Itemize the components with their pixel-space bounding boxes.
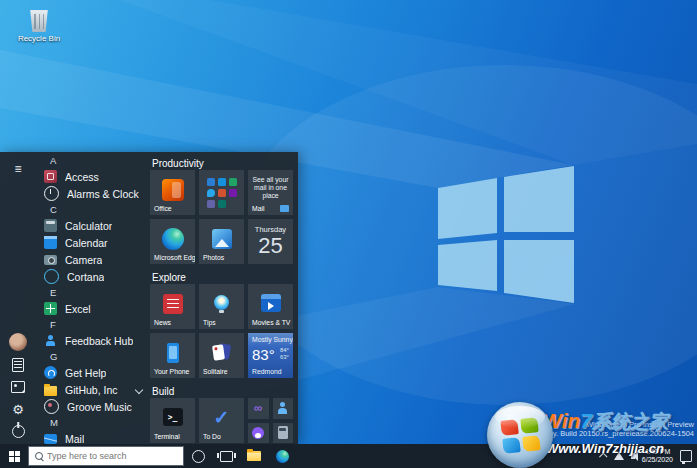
calculator-icon [278,426,288,439]
app-item-calculator[interactable]: Calculator [36,217,148,234]
office-icon [162,179,184,201]
app-item-label: Calculator [65,220,112,232]
gethelp-icon [44,366,57,379]
tile-group-title-productivity[interactable]: Productivity [152,156,298,170]
tile-label: Microsoft Edge [154,254,195,261]
app-item-camera[interactable]: Camera [36,251,148,268]
app-section-header-c[interactable]: C [36,202,148,217]
tile-label: Movies & TV [252,319,290,326]
tile-dev-person[interactable] [273,398,294,419]
tile-terminal[interactable]: >_ Terminal [150,398,195,443]
watermark-suffix: 系统之家 [592,411,668,432]
github-icon [252,427,264,439]
app-item-github-inc[interactable]: GitHub, Inc [36,381,148,398]
taskbar-search[interactable] [28,446,184,466]
documents-icon [12,358,24,372]
app-item-mail[interactable]: Mail [36,430,148,444]
app-section-header-g[interactable]: G [36,349,148,364]
app-item-get-help[interactable]: Get Help [36,364,148,381]
tile-group-title-build[interactable]: Build [152,384,298,398]
win7zhijia-watermark-url: Www.Win7zhijia.cn [546,441,664,456]
tile-office[interactable]: Office [150,170,195,215]
github-folder-icon [44,386,57,396]
task-view-button[interactable] [212,444,240,468]
tile-github-desktop[interactable] [248,423,269,444]
start-button[interactable] [0,444,28,468]
app-item-label: Access [65,171,99,183]
tile-movies-tv[interactable]: Movies & TV [248,284,293,329]
tile-label: Solitaire [203,368,228,375]
mail-icon [44,434,57,444]
documents-button[interactable] [6,354,30,376]
tile-photos[interactable]: Photos [199,219,244,264]
tile-your-phone[interactable]: Your Phone [150,333,195,378]
outlook-icon [218,178,226,186]
onenote-icon [229,189,237,197]
chevron-down-icon [135,386,143,394]
tile-calendar[interactable]: Thursday 25 [248,219,293,264]
recycle-bin-desktop-icon[interactable]: Recycle Bin [12,8,66,43]
app-item-alarms-clock[interactable]: Alarms & Clock [36,185,148,202]
photos-icon [212,229,232,249]
win7zhijia-watermark-title: Win7系统之家 [542,409,668,435]
power-icon [12,425,25,438]
pictures-button[interactable] [6,376,30,398]
tile-tips[interactable]: Tips [199,284,244,329]
powerpoint-icon [218,189,226,197]
file-explorer-button[interactable] [240,444,268,468]
pictures-icon [11,381,25,393]
app-item-excel[interactable]: Excel [36,300,148,317]
phone-icon [167,343,179,363]
app-item-label: Camera [65,254,102,266]
app-section-header-m[interactable]: M [36,415,148,430]
tile-mail[interactable]: See all your mail in one place Mail [248,170,293,215]
app-item-calendar[interactable]: Calendar [36,234,148,251]
weather-temperature: 83° [252,346,275,363]
app-item-label: Feedback Hub [65,335,133,347]
weather-condition: Mostly Sunny [252,336,293,343]
power-button[interactable] [6,420,30,442]
calendar-icon [44,236,57,249]
app-item-groove-music[interactable]: Groove Music [36,398,148,415]
start-menu: ≡ ⚙ AAccessAlarms & ClockCCalculatorCale… [0,152,298,444]
app-section-header-f[interactable]: F [36,317,148,332]
app-item-label: Get Help [65,367,106,379]
app-section-header-e[interactable]: E [36,285,148,300]
search-input[interactable] [47,451,183,461]
tile-office-apps-folder[interactable] [199,170,244,215]
app-item-label: Calendar [65,237,108,249]
app-item-feedback-hub[interactable]: Feedback Hub [36,332,148,349]
excel-icon [44,302,57,315]
camera-icon [44,255,57,265]
tile-weather[interactable]: Mostly Sunny 83° 84° 63° Redmond [248,333,293,378]
tile-to-do[interactable]: ✓ To Do [199,398,244,443]
user-account-button[interactable] [6,330,30,354]
solitaire-cards-icon [211,343,233,363]
weather-city: Redmond [252,368,281,375]
tile-group-title-explore[interactable]: Explore [152,270,298,284]
tile-solitaire[interactable]: Solitaire [199,333,244,378]
app-item-access[interactable]: Access [36,168,148,185]
tile-news[interactable]: News [150,284,195,329]
edge-taskbar-button[interactable] [268,444,296,468]
cortana-button[interactable] [184,444,212,468]
clock-date: 6/25/2020 [642,456,673,464]
tips-lightbulb-icon [214,295,229,310]
tile-visual-studio[interactable]: ∞ [248,398,269,419]
app-section-header-a[interactable]: A [36,153,148,168]
tile-calculator-small[interactable] [273,423,294,444]
settings-button[interactable]: ⚙ [6,398,30,420]
start-app-list: AAccessAlarms & ClockCCalculatorCalendar… [36,152,148,444]
visual-studio-icon: ∞ [254,402,263,414]
feedback-icon [44,334,57,347]
start-tiles: Productivity Office [148,152,298,444]
weather-high: 84° [280,347,289,354]
expand-menu-button[interactable]: ≡ [6,158,30,180]
recycle-bin-label: Recycle Bin [12,34,66,43]
person-icon [277,402,288,414]
access-icon [44,170,57,183]
tile-microsoft-edge[interactable]: Microsoft Edge [150,219,195,264]
app-item-cortana[interactable]: Cortana [36,268,148,285]
tile-label: Photos [203,254,224,261]
action-center-icon[interactable] [680,450,692,462]
